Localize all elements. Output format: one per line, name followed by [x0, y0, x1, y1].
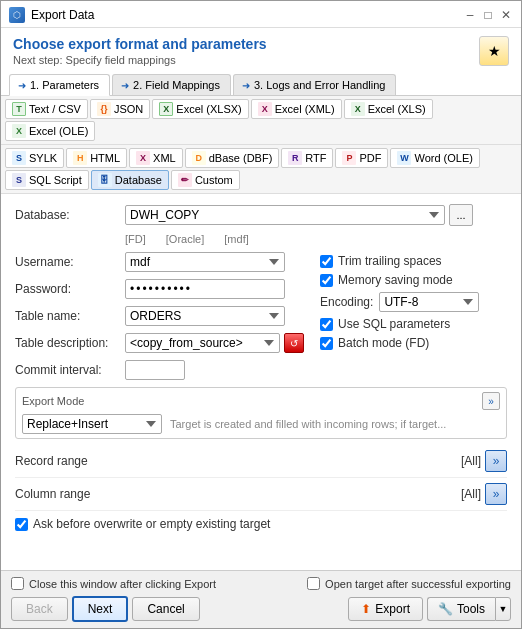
- format-excel-xlsx[interactable]: X Excel (XLSX): [152, 99, 248, 119]
- db-hint-fd[interactable]: [FD]: [125, 233, 146, 245]
- bottom-buttons: Back Next Cancel ⬆ Export 🔧 Tools ▼: [11, 596, 511, 622]
- format-custom[interactable]: ✏ Custom: [171, 170, 240, 190]
- tools-dropdown-button[interactable]: ▼: [495, 597, 511, 621]
- password-input[interactable]: [125, 279, 285, 299]
- xlsole-icon: X: [12, 124, 26, 138]
- excelxml-icon: X: [258, 102, 272, 116]
- header-section: Choose export format and parameters Next…: [1, 28, 521, 70]
- cancel-button[interactable]: Cancel: [132, 597, 199, 621]
- encoding-select[interactable]: UTF-8: [379, 292, 479, 312]
- xml-icon: X: [136, 151, 150, 165]
- commit-input[interactable]: 1500: [125, 360, 185, 380]
- custom-icon: ✏: [178, 173, 192, 187]
- column-range-expand-button[interactable]: »: [485, 483, 507, 505]
- open-after-export-row: Open target after successful exporting: [307, 577, 511, 590]
- tab-logs[interactable]: ➜ 3. Logs and Error Handling: [233, 74, 396, 95]
- format-html[interactable]: H HTML: [66, 148, 127, 168]
- use-sql-checkbox[interactable]: [320, 318, 333, 331]
- batch-mode-checkbox[interactable]: [320, 337, 333, 350]
- next-button[interactable]: Next: [72, 596, 129, 622]
- username-select[interactable]: mdf: [125, 252, 285, 272]
- export-mode-header: Export Mode »: [22, 392, 500, 410]
- use-sql-label: Use SQL parameters: [338, 317, 450, 331]
- format-pdf[interactable]: P PDF: [335, 148, 388, 168]
- export-mode-select[interactable]: Replace+Insert: [22, 414, 162, 434]
- column-range-label: Column range: [15, 487, 90, 501]
- favorite-button[interactable]: ★: [479, 36, 509, 66]
- maximize-button[interactable]: □: [481, 8, 495, 22]
- tab-parameters[interactable]: ➜ 1. Parameters: [9, 74, 110, 96]
- content-area: Database: DWH_COPY ... [FD] [Oracle] [md…: [1, 194, 521, 570]
- format-rtf[interactable]: R RTF: [281, 148, 333, 168]
- xlsx-icon: X: [159, 102, 173, 116]
- export-mode-label: Export Mode: [22, 395, 84, 407]
- open-after-checkbox[interactable]: [307, 577, 320, 590]
- export-mode-collapse-button[interactable]: »: [482, 392, 500, 410]
- db-hint-mdf[interactable]: [mdf]: [224, 233, 248, 245]
- title-bar: ⬡ Export Data – □ ✕: [1, 1, 521, 28]
- ask-overwrite-checkbox[interactable]: [15, 518, 28, 531]
- minimize-button[interactable]: –: [463, 8, 477, 22]
- format-json[interactable]: {} JSON: [90, 99, 150, 119]
- format-xml[interactable]: X XML: [129, 148, 183, 168]
- back-button[interactable]: Back: [11, 597, 68, 621]
- rtf-icon: R: [288, 151, 302, 165]
- database-label: Database:: [15, 208, 125, 222]
- tools-button[interactable]: 🔧 Tools: [427, 597, 495, 621]
- db-hints: [FD] [Oracle] [mdf]: [125, 233, 507, 245]
- dbf-icon: D: [192, 151, 206, 165]
- wole-icon: W: [397, 151, 411, 165]
- table-desc-label: Table description:: [15, 336, 125, 350]
- record-range-label: Record range: [15, 454, 88, 468]
- format-bar-2: S SYLK H HTML X XML D dBase (DBF) R RTF …: [1, 145, 521, 194]
- sql-icon: S: [12, 173, 26, 187]
- export-button[interactable]: ⬆ Export: [348, 597, 423, 621]
- close-button[interactable]: ✕: [499, 8, 513, 22]
- record-range-value: [All]: [451, 454, 481, 468]
- format-sylk[interactable]: S SYLK: [5, 148, 64, 168]
- db-hint-oracle[interactable]: [Oracle]: [166, 233, 205, 245]
- export-mode-controls: Replace+Insert Target is created and fil…: [22, 414, 500, 434]
- record-range-expand-button[interactable]: »: [485, 450, 507, 472]
- format-dbase[interactable]: D dBase (DBF): [185, 148, 280, 168]
- database-select[interactable]: DWH_COPY: [125, 205, 445, 225]
- trim-trailing-checkbox[interactable]: [320, 255, 333, 268]
- column-range-value: [All]: [451, 487, 481, 501]
- format-bar: T Text / CSV {} JSON X Excel (XLSX) X Ex…: [1, 96, 521, 145]
- tablename-select[interactable]: ORDERS: [125, 306, 285, 326]
- tablename-row: Table name: ORDERS: [15, 306, 304, 326]
- close-after-export-row: Close this window after clicking Export: [11, 577, 216, 590]
- format-word-ole[interactable]: W Word (OLE): [390, 148, 479, 168]
- format-excel-xls[interactable]: X Excel (XLS): [344, 99, 433, 119]
- tablename-label: Table name:: [15, 309, 125, 323]
- database-dots-button[interactable]: ...: [449, 204, 473, 226]
- export-mode-section: Export Mode » Replace+Insert Target is c…: [15, 387, 507, 439]
- tools-icon: 🔧: [438, 602, 453, 616]
- window-title: Export Data: [31, 8, 94, 22]
- tools-group: 🔧 Tools ▼: [427, 597, 511, 621]
- memory-saving-checkbox[interactable]: [320, 274, 333, 287]
- table-desc-reset-button[interactable]: ↺: [284, 333, 304, 353]
- database-row: Database: DWH_COPY ...: [15, 204, 507, 226]
- xls-icon: X: [351, 102, 365, 116]
- bottom-checkboxes: Close this window after clicking Export …: [11, 577, 511, 590]
- page-heading: Choose export format and parameters: [13, 36, 267, 52]
- open-after-label: Open target after successful exporting: [325, 578, 511, 590]
- pdf-icon: P: [342, 151, 356, 165]
- two-column-layout: Username: mdf Password: Table name: ORDE…: [15, 252, 507, 387]
- db-icon: 🗄: [98, 173, 112, 187]
- format-database[interactable]: 🗄 Database: [91, 170, 169, 190]
- format-excel-xml[interactable]: X Excel (XML): [251, 99, 342, 119]
- main-window: ⬡ Export Data – □ ✕ Choose export format…: [0, 0, 522, 629]
- tab-field-mappings[interactable]: ➜ 2. Field Mappings: [112, 74, 231, 95]
- format-sql[interactable]: S SQL Script: [5, 170, 89, 190]
- batch-mode-row: Batch mode (FD): [320, 336, 507, 350]
- right-column: Trim trailing spaces Memory saving mode …: [320, 252, 507, 387]
- bottom-bar: Close this window after clicking Export …: [1, 570, 521, 628]
- username-row: Username: mdf: [15, 252, 304, 272]
- format-excel-ole[interactable]: X Excel (OLE): [5, 121, 95, 141]
- table-desc-select[interactable]: <copy_from_source>: [125, 333, 280, 353]
- format-text-csv[interactable]: T Text / CSV: [5, 99, 88, 119]
- memory-saving-label: Memory saving mode: [338, 273, 453, 287]
- close-after-checkbox[interactable]: [11, 577, 24, 590]
